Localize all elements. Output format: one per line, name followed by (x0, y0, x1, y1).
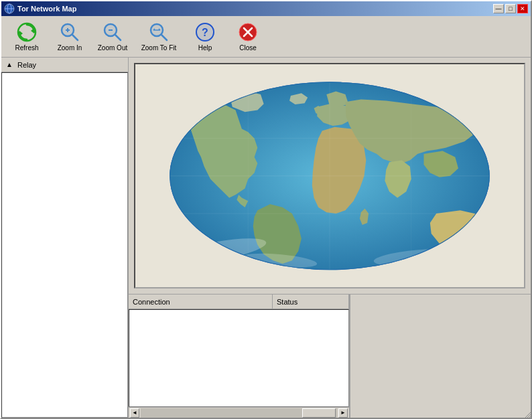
scroll-track[interactable] (141, 408, 337, 418)
window-controls: — □ ✕ (493, 4, 528, 13)
scroll-right-arrow[interactable]: ► (338, 408, 348, 418)
zoom-in-button[interactable]: Zoom In (50, 19, 90, 55)
close-button[interactable]: Close (228, 19, 268, 55)
bottom-panel: Connection Status ◄ ► (129, 294, 531, 418)
help-label: Help (198, 44, 212, 52)
help-icon: ? (194, 21, 216, 43)
status-label: Status (277, 298, 297, 306)
scroll-thumb[interactable] (302, 408, 336, 418)
zoom-in-label: Zoom In (58, 44, 82, 52)
status-column-header: Status (273, 295, 349, 309)
help-button[interactable]: ? Help (185, 19, 225, 55)
refresh-label: Refresh (15, 44, 38, 52)
connection-label: Connection (133, 298, 170, 306)
main-window: Tor Network Map — □ ✕ Refresh (0, 0, 532, 419)
svg-point-32 (455, 234, 505, 244)
toolbar: Refresh Zoom In (1, 16, 531, 58)
relay-list[interactable] (1, 72, 128, 418)
sort-arrow[interactable]: ▲ (4, 60, 15, 70)
horizontal-scrollbar: ◄ ► (129, 407, 349, 418)
svg-marker-4 (31, 28, 34, 33)
refresh-icon (16, 21, 38, 43)
connection-header: Connection Status (129, 295, 349, 309)
svg-line-43 (529, 416, 531, 418)
zoom-to-fit-icon (148, 21, 170, 43)
world-map (155, 76, 505, 276)
svg-line-10 (72, 35, 78, 40)
zoom-in-icon (59, 21, 80, 43)
zoom-to-fit-label: Zoom To Fit (141, 44, 177, 52)
relay-column-label: Relay (17, 61, 36, 69)
window-icon (4, 3, 15, 14)
connection-column-header: Connection (129, 295, 273, 309)
svg-line-14 (115, 35, 121, 40)
refresh-button[interactable]: Refresh (7, 19, 47, 55)
connection-list[interactable] (129, 309, 349, 407)
right-panel: Connection Status ◄ ► (129, 58, 531, 418)
map-frame (134, 63, 525, 288)
relay-panel: ▲ Relay (1, 58, 129, 418)
connection-panel: Connection Status ◄ ► (129, 295, 350, 418)
close-window-button[interactable]: ✕ (517, 4, 528, 13)
relay-header: ▲ Relay (1, 58, 128, 72)
right-detail-panel (350, 295, 531, 418)
resize-handle[interactable] (523, 410, 531, 418)
window-title: Tor Network Map (17, 5, 493, 13)
zoom-to-fit-button[interactable]: Zoom To Fit (135, 19, 182, 55)
map-area (129, 58, 531, 294)
svg-marker-5 (19, 31, 23, 36)
scroll-left-arrow[interactable]: ◄ (130, 408, 139, 418)
main-content: ▲ Relay (1, 58, 531, 418)
svg-line-17 (161, 35, 167, 40)
zoom-out-icon (102, 21, 123, 43)
maximize-button[interactable]: □ (505, 4, 516, 13)
title-bar: Tor Network Map — □ ✕ (1, 1, 531, 16)
zoom-out-label: Zoom Out (98, 44, 127, 52)
svg-text:?: ? (202, 27, 208, 38)
zoom-out-button[interactable]: Zoom Out (92, 19, 133, 55)
minimize-button[interactable]: — (493, 4, 504, 13)
close-icon (237, 21, 259, 43)
close-label: Close (239, 44, 257, 52)
